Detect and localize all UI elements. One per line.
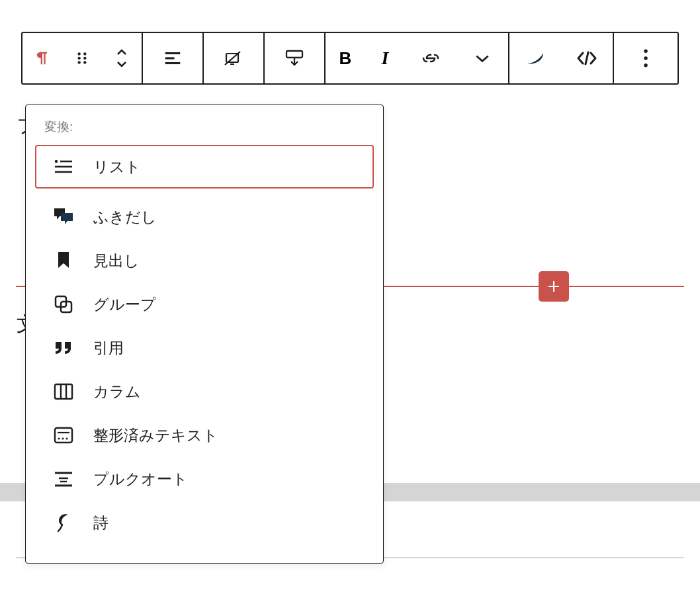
- transform-item-columns[interactable]: カラム: [36, 370, 372, 413]
- block-type-button[interactable]: [22, 33, 62, 83]
- drag-handle-button[interactable]: [62, 33, 102, 83]
- plus-icon: [546, 278, 562, 294]
- svg-point-2: [78, 57, 81, 60]
- transform-item-label: プルクオート: [93, 469, 188, 489]
- svg-point-3: [83, 57, 86, 60]
- transform-popover-title: 変換:: [26, 118, 383, 142]
- svg-point-18: [644, 64, 648, 67]
- transform-item-label: 整形済みテキスト: [93, 425, 218, 446]
- drag-icon: [73, 50, 91, 67]
- svg-rect-10: [230, 64, 234, 65]
- transform-item-label: 見出し: [93, 251, 140, 271]
- more-rich-text-button[interactable]: [457, 33, 508, 83]
- full-width-icon: [283, 48, 306, 68]
- svg-point-19: [55, 160, 58, 163]
- svg-rect-12: [286, 51, 302, 58]
- bold-label: B: [339, 48, 352, 69]
- group-icon: [52, 293, 75, 316]
- transform-item-preformatted[interactable]: 整形済みテキスト: [36, 413, 372, 457]
- transform-item-label: カラム: [93, 382, 141, 402]
- theme-button[interactable]: [509, 33, 561, 83]
- move-arrows-icon: [114, 48, 130, 69]
- transform-item-label: ふきだし: [93, 207, 157, 228]
- transform-item-list[interactable]: リスト: [35, 145, 374, 189]
- transform-item-pullquote[interactable]: プルクオート: [36, 457, 372, 501]
- verse-icon: [52, 511, 75, 534]
- align-left-icon: [163, 48, 183, 68]
- svg-point-30: [62, 437, 64, 439]
- transform-item-label: グループ: [93, 294, 156, 315]
- pullquote-icon: [52, 468, 75, 490]
- list-icon: [52, 155, 75, 178]
- toolbar-group-width: [265, 33, 326, 83]
- transform-item-verse[interactable]: 詩: [36, 501, 372, 544]
- html-code-button[interactable]: [561, 33, 613, 83]
- transform-item-quote[interactable]: 引用: [36, 326, 372, 370]
- bookmark-icon: [52, 249, 75, 272]
- move-up-down-button[interactable]: [102, 33, 142, 83]
- chevron-down-icon: [474, 52, 491, 65]
- transform-item-group[interactable]: グループ: [36, 282, 372, 326]
- svg-point-4: [78, 61, 81, 64]
- svg-point-31: [66, 437, 67, 439]
- transform-item-bookmark[interactable]: 見出し: [36, 239, 372, 282]
- link-icon: [420, 49, 441, 67]
- svg-point-0: [78, 52, 81, 55]
- block-toolbar: B I: [21, 32, 679, 85]
- more-options-button[interactable]: [620, 33, 672, 83]
- svg-rect-25: [55, 384, 72, 399]
- transform-item-speech[interactable]: ふきだし: [36, 195, 372, 239]
- full-width-button[interactable]: [265, 33, 324, 83]
- align-button[interactable]: [143, 33, 202, 83]
- quote-icon: [52, 337, 75, 359]
- toolbar-group-rich-text: B I: [326, 33, 509, 83]
- columns-icon: [52, 380, 75, 403]
- svg-rect-28: [55, 428, 72, 443]
- add-block-button[interactable]: [539, 271, 569, 302]
- bold-button[interactable]: B: [326, 33, 365, 83]
- code-icon: [576, 50, 598, 67]
- svg-point-1: [83, 52, 86, 55]
- toolbar-group-more: [614, 33, 678, 83]
- preformatted-icon: [52, 424, 75, 446]
- italic-button[interactable]: I: [365, 33, 405, 83]
- toolbar-group-align: [143, 33, 204, 83]
- transform-item-label: 詩: [93, 513, 109, 533]
- link-button[interactable]: [405, 33, 457, 83]
- svg-point-5: [83, 61, 86, 64]
- more-vertical-icon: [642, 48, 649, 68]
- svg-point-16: [644, 50, 648, 54]
- transform-list: リストふきだし見出しグループ引用カラム整形済みテキストプルクオート詩: [26, 145, 383, 544]
- paragraph-icon: [33, 49, 52, 67]
- edit-visually-icon: [223, 48, 244, 68]
- speech-icon: [52, 206, 75, 228]
- transform-popover: 変換: リストふきだし見出しグループ引用カラム整形済みテキストプルクオート詩: [25, 105, 384, 564]
- theme-icon: [525, 49, 546, 67]
- italic-label: I: [382, 48, 389, 69]
- svg-point-29: [58, 437, 60, 439]
- toolbar-group-theme: [509, 33, 614, 83]
- toolbar-group-visibility: [204, 33, 265, 83]
- svg-point-17: [644, 56, 648, 60]
- transform-item-label: 引用: [93, 338, 124, 359]
- toolbar-group-block: [22, 33, 143, 83]
- transform-item-label: リスト: [93, 157, 141, 177]
- svg-line-15: [586, 52, 588, 64]
- edit-visually-button[interactable]: [204, 33, 263, 83]
